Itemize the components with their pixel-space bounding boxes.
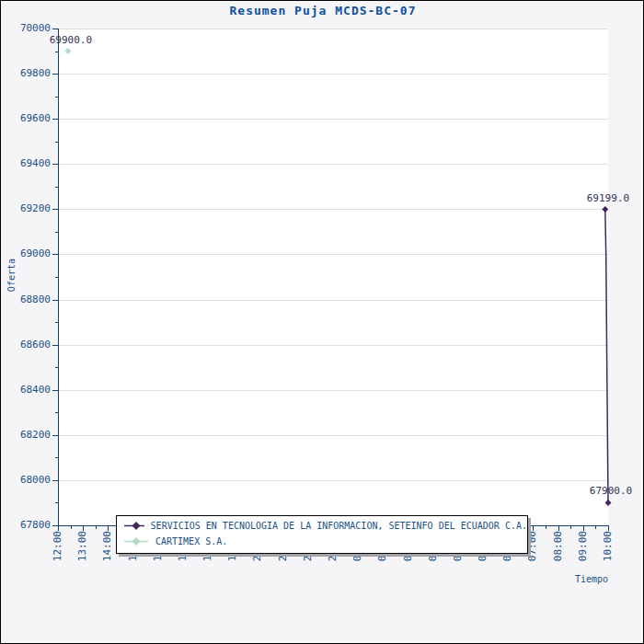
chart-window: Resumen Puja MCDS-BC-07 7000069800696006…	[0, 0, 644, 644]
y-major-tick	[52, 74, 58, 75]
x-tick-label: 13:00	[76, 531, 88, 561]
y-axis-title: Oferta	[6, 259, 17, 292]
y-minor-tick	[55, 277, 58, 278]
legend: SERVICIOS EN TECNOLOGIA DE LA INFORMACIO…	[116, 515, 528, 554]
point-value-label: 69900.0	[41, 34, 100, 46]
y-minor-tick	[55, 142, 58, 143]
y-major-tick	[52, 480, 58, 481]
x-tick-label: 12:00	[52, 531, 63, 561]
diamond-marker-icon	[123, 535, 149, 547]
y-minor-tick	[55, 367, 58, 368]
y-tick-label: 69400	[8, 158, 51, 169]
x-tick-label: 14:00	[101, 531, 113, 561]
legend-item-seteinfo: SERVICIOS EN TECNOLOGIA DE LA INFORMACIO…	[117, 518, 527, 534]
legend-label: CARTIMEX S.A.	[155, 536, 227, 546]
y-minor-tick	[55, 232, 58, 233]
y-major-tick	[52, 390, 58, 391]
chart-title: Resumen Puja MCDS-BC-07	[1, 4, 644, 17]
x-minor-tick	[570, 526, 571, 529]
y-tick-label: 68200	[8, 430, 51, 441]
x-minor-tick	[71, 526, 72, 529]
y-major-tick	[52, 164, 58, 165]
y-minor-tick	[55, 97, 58, 98]
y-tick-label: 67800	[8, 520, 51, 531]
x-tick-label: 07:00	[526, 531, 538, 561]
y-minor-tick	[55, 457, 58, 458]
x-tick-label: 09:00	[577, 531, 589, 561]
y-tick-label: 69800	[8, 68, 51, 79]
y-tick-label: 68400	[8, 385, 51, 396]
gridline	[59, 345, 608, 346]
gridline	[59, 480, 608, 481]
x-minor-tick	[96, 526, 97, 529]
plot-area	[58, 29, 608, 525]
y-major-tick	[52, 209, 58, 210]
y-major-tick	[52, 345, 58, 346]
point-value-label: 69199.0	[579, 192, 638, 204]
y-tick-label: 70000	[8, 23, 51, 34]
x-tick-label: 10:00	[602, 531, 614, 561]
y-tick-label: 69600	[8, 113, 51, 124]
y-tick-label: 69200	[8, 203, 51, 214]
gridline	[59, 74, 608, 75]
gridline	[59, 390, 608, 391]
gridline	[59, 254, 608, 255]
gridline	[59, 209, 608, 210]
y-minor-tick	[55, 502, 58, 503]
gridline	[59, 164, 608, 165]
point-value-label: 67900.0	[581, 485, 640, 497]
gridline	[59, 29, 608, 29]
y-minor-tick	[55, 52, 58, 52]
x-axis-title: Tiempo	[551, 574, 608, 584]
x-minor-tick	[546, 526, 546, 529]
x-minor-tick	[595, 526, 596, 529]
y-tick-label: 68000	[8, 475, 51, 486]
y-minor-tick	[55, 322, 58, 323]
y-major-tick	[52, 435, 58, 436]
gridline	[59, 300, 608, 301]
y-major-tick	[52, 254, 58, 255]
y-major-tick	[52, 29, 58, 29]
y-major-tick	[52, 300, 58, 301]
y-tick-label: 68800	[8, 294, 51, 305]
y-major-tick	[52, 119, 58, 120]
gridline	[59, 435, 608, 436]
y-minor-tick	[55, 187, 58, 188]
gridline	[59, 119, 608, 120]
y-axis-line	[58, 29, 59, 526]
x-tick-label: 08:00	[552, 531, 564, 561]
legend-item-cartimex: CARTIMEX S.A.	[117, 534, 527, 549]
diamond-marker-icon	[123, 520, 144, 532]
y-tick-label: 68600	[8, 339, 51, 351]
legend-label: SERVICIOS EN TECNOLOGIA DE LA INFORMACIO…	[151, 521, 527, 531]
y-minor-tick	[55, 412, 58, 413]
